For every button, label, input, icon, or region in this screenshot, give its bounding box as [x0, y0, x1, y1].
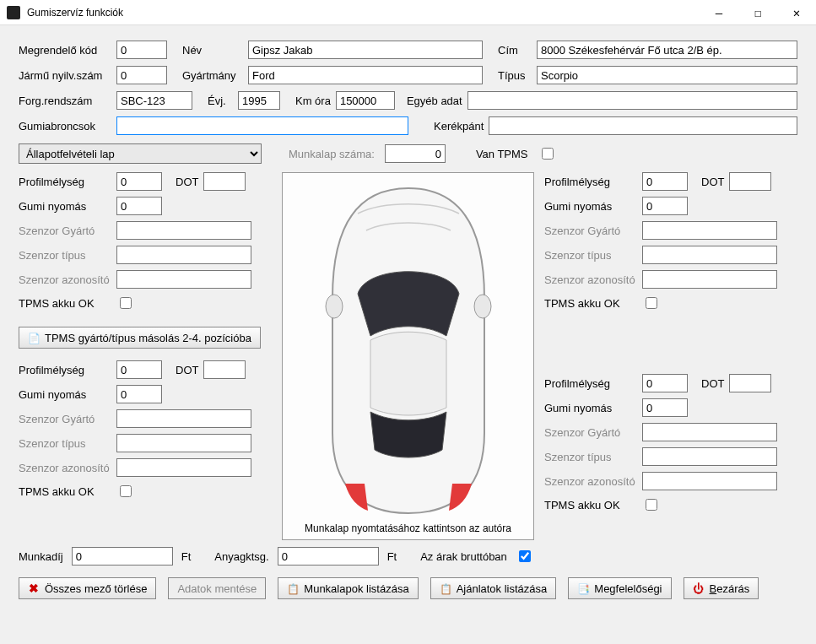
rim-input[interactable] — [489, 116, 797, 135]
rl-batt-checkbox[interactable] — [120, 485, 132, 497]
labor-input[interactable] — [72, 547, 173, 566]
fr-smaker-label: Szenzor Gyártó — [544, 225, 637, 237]
has-tpms-label: Van TPMS — [476, 148, 528, 160]
fl-dot-input[interactable] — [203, 172, 246, 191]
fr-stype-input[interactable] — [642, 246, 777, 264]
close-label: Bezárás — [710, 582, 750, 595]
rr-sid-input[interactable] — [642, 472, 777, 490]
app-icon — [7, 6, 20, 19]
fr-sid-input[interactable] — [642, 270, 777, 289]
tire-block-rl: Profilmélység DOT Gumi nyomás Szenzor Gy… — [19, 360, 272, 500]
rl-pressure-label: Gumi nyomás — [19, 388, 111, 401]
svg-point-0 — [326, 295, 343, 318]
list-icon — [287, 582, 299, 594]
year-input[interactable] — [238, 91, 280, 110]
fl-stype-input[interactable] — [116, 246, 251, 264]
car-panel[interactable]: Munkalap nyomtatásához kattintson az aut… — [282, 172, 534, 540]
address-input[interactable] — [537, 41, 797, 59]
rl-stype-input[interactable] — [116, 434, 251, 452]
fl-dot-label: DOT — [176, 176, 198, 188]
fr-sid-label: Szenzor azonosító — [544, 273, 637, 286]
rl-stype-label: Szenzor típus — [19, 437, 111, 450]
name-input[interactable] — [248, 41, 483, 59]
rl-sid-input[interactable] — [116, 458, 251, 477]
rl-sid-label: Szenzor azonosító — [19, 462, 111, 474]
tire-block-fl: Profilmélység DOT Gumi nyomás Szenzor Gy… — [19, 172, 272, 311]
labor-currency: Ft — [181, 550, 192, 563]
minimize-button[interactable]: — — [700, 0, 738, 25]
close-button[interactable]: Bezárás — [684, 577, 759, 599]
fr-tread-input[interactable] — [642, 172, 688, 191]
material-label: Anyagktsg. — [214, 550, 268, 563]
rr-stype-input[interactable] — [642, 447, 777, 466]
car-topview-icon — [299, 180, 518, 517]
cert-icon — [577, 582, 589, 594]
type-input[interactable] — [537, 66, 797, 84]
fl-batt-checkbox[interactable] — [120, 297, 132, 309]
rr-pressure-input[interactable] — [642, 398, 688, 417]
fr-smaker-input[interactable] — [642, 221, 777, 240]
order-code-input[interactable] — [116, 41, 167, 59]
rr-batt-checkbox[interactable] — [646, 499, 657, 511]
rl-dot-input[interactable] — [203, 360, 246, 379]
fl-tread-input[interactable] — [116, 172, 162, 191]
maximize-button[interactable]: ☐ — [738, 0, 777, 25]
tires-input[interactable] — [116, 116, 408, 135]
rr-dot-input[interactable] — [729, 374, 771, 392]
km-input[interactable] — [336, 91, 395, 110]
vehicle-regno-input[interactable] — [116, 66, 167, 84]
right-tire-col: Profilmélység DOT Gumi nyomás Szenzor Gy… — [544, 172, 797, 540]
gross-checkbox[interactable] — [519, 550, 531, 562]
list-worksheets-button[interactable]: Munkalapok listázása — [278, 577, 418, 599]
other-input[interactable] — [467, 91, 797, 110]
fr-batt-checkbox[interactable] — [646, 297, 657, 309]
year-label: Évj. — [208, 95, 233, 107]
compliance-button[interactable]: Megfelelőségi — [568, 577, 671, 599]
fl-stype-label: Szenzor típus — [19, 249, 111, 262]
save-button[interactable]: Adatok mentése — [168, 577, 266, 599]
worksheet-no-input[interactable] — [385, 144, 446, 163]
clear-all-label: Összes mező törlése — [45, 582, 147, 595]
list-offers-button[interactable]: Ajánlatok listázása — [430, 577, 557, 599]
fr-pressure-label: Gumi nyomás — [544, 200, 637, 213]
rr-tread-label: Profilmélység — [544, 377, 637, 390]
save-label: Adatok mentése — [177, 582, 257, 595]
copy-tpms-button[interactable]: TPMS gyártó/típus másolás 2-4. pozícióba — [19, 327, 261, 349]
fl-sid-input[interactable] — [116, 270, 251, 289]
material-input[interactable] — [278, 547, 379, 566]
bottom-button-bar: ✖ Összes mező törlése Adatok mentése Mun… — [19, 577, 797, 599]
rr-smaker-input[interactable] — [642, 423, 777, 441]
fl-tread-label: Profilmélység — [19, 176, 111, 188]
rl-tread-input[interactable] — [116, 360, 162, 379]
titlebar: Gumiszervíz funkciók — ☐ ✕ — [0, 0, 816, 25]
has-tpms-checkbox[interactable] — [542, 148, 554, 160]
fl-sid-label: Szenzor azonosító — [19, 273, 111, 286]
rr-batt-label: TPMS akku OK — [544, 499, 637, 511]
rr-sid-label: Szenzor azonosító — [544, 475, 637, 488]
km-label: Km óra — [295, 95, 331, 107]
fl-smaker-input[interactable] — [116, 221, 251, 240]
sheet-select[interactable]: Állapotfelvételi lap — [19, 143, 262, 164]
vehicle-regno-label: Jármű nyilv.szám — [19, 69, 111, 82]
fl-pressure-input[interactable] — [116, 197, 162, 215]
x-icon: ✖ — [28, 582, 40, 594]
left-tire-col: Profilmélység DOT Gumi nyomás Szenzor Gy… — [19, 172, 272, 540]
rl-pressure-input[interactable] — [116, 385, 162, 403]
fl-smaker-label: Szenzor Gyártó — [19, 225, 111, 237]
rr-stype-label: Szenzor típus — [544, 451, 637, 463]
fr-dot-input[interactable] — [729, 172, 771, 191]
plate-input[interactable] — [116, 91, 192, 110]
make-label: Gyártmány — [182, 69, 243, 82]
rim-label: Kerékpánt — [434, 120, 484, 133]
fr-pressure-input[interactable] — [642, 197, 688, 215]
clear-all-button[interactable]: ✖ Összes mező törlése — [19, 577, 156, 599]
make-input[interactable] — [248, 66, 483, 84]
copy-tpms-label: TPMS gyártó/típus másolás 2-4. pozícióba — [45, 332, 251, 344]
rl-smaker-input[interactable] — [116, 409, 251, 428]
close-window-button[interactable]: ✕ — [777, 0, 816, 25]
rr-tread-input[interactable] — [642, 374, 688, 392]
fl-pressure-label: Gumi nyomás — [19, 200, 111, 213]
form-body: Megrendelő kód Név Cím Jármű nyilv.szám … — [0, 25, 816, 611]
vehicle-customer-section: Megrendelő kód Név Cím Jármű nyilv.szám … — [19, 41, 797, 135]
worksheet-no-label: Munkalap száma: — [289, 148, 375, 160]
